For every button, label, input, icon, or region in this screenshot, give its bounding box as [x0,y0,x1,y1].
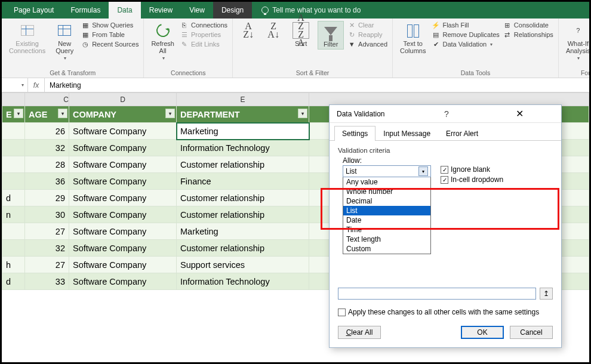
name-box[interactable]: ▾ [2,78,28,92]
text-to-columns-button[interactable]: Text to Columns [398,21,428,55]
cell[interactable]: n [2,206,25,223]
col-header-e[interactable]: E [177,93,309,106]
cell[interactable] [2,156,25,173]
tab-formulas[interactable]: Formulas [62,2,109,18]
tab-input-message[interactable]: Input Message [375,126,438,141]
connections-button[interactable]: ⎘Connections [180,21,227,29]
filter-dropdown-icon[interactable]: ▾ [298,109,307,118]
clear-filter-button[interactable]: ✕Clear [347,21,387,29]
header-cell[interactable]: E▾ [2,106,25,123]
col-header-d[interactable]: D [69,93,177,106]
header-cell-department[interactable]: DEPARTMENT▾ [177,106,309,123]
filter-dropdown-icon[interactable]: ▾ [165,109,175,118]
cell[interactable]: Software Company [69,140,177,156]
cell[interactable]: Software Company [69,156,177,173]
source-input[interactable] [338,288,536,300]
formula-input[interactable]: Marketing [45,81,589,90]
allow-option[interactable]: Text length [343,235,430,244]
cell[interactable] [2,140,25,156]
cell[interactable]: Customer relationship [177,206,309,223]
recent-sources-button[interactable]: ◷Recent Sources [81,40,138,48]
cell[interactable]: Marketing [177,223,309,240]
tab-review[interactable]: Review [141,2,181,18]
cell[interactable]: Finance [177,173,309,190]
refresh-all-button[interactable]: Refresh All ▾ [149,21,177,62]
cell[interactable]: Software Company [69,273,177,290]
cell[interactable]: 27 [25,257,69,273]
cell[interactable]: 26 [25,123,69,140]
sort-za-button[interactable]: ZA↓ [263,21,284,40]
cell[interactable]: Information Technology [177,140,309,156]
cell[interactable]: Customer relationship [177,156,309,173]
cell[interactable]: 33 [25,273,69,290]
close-button[interactable]: ✕ [483,108,556,119]
sort-button[interactable]: A ZZ A Sort [288,21,314,48]
cell[interactable]: d [2,273,25,290]
cell[interactable]: 36 [25,173,69,190]
apply-all-checkbox[interactable]: Apply these changes to all other cells w… [338,308,553,316]
col-header-c[interactable]: C [25,93,69,106]
tab-error-alert[interactable]: Error Alert [438,126,486,141]
allow-option[interactable]: Custom [343,244,430,254]
filter-dropdown-icon[interactable]: ▾ [14,109,23,118]
relationships-button[interactable]: ⇄Relationships [503,30,553,39]
sort-az-button[interactable]: AZ↓ [238,21,259,40]
col-header[interactable] [2,93,25,106]
ok-button[interactable]: OK [461,326,504,339]
cell[interactable]: 29 [25,190,69,206]
show-queries-button[interactable]: ▦Show Queries [81,21,138,29]
cell[interactable]: Software Company [69,190,177,206]
cell[interactable] [2,123,25,140]
cell[interactable]: Software Company [69,206,177,223]
new-query-button[interactable]: New Query ▾ [51,21,78,62]
cell[interactable] [2,173,25,190]
cell[interactable]: 30 [25,206,69,223]
filter-dropdown-icon[interactable]: ▾ [58,109,67,118]
cell[interactable]: Information Technology [177,273,309,290]
tab-data[interactable]: Data [109,2,140,18]
tab-settings[interactable]: Settings [334,126,375,141]
clear-all-button[interactable]: Clear All [338,326,381,339]
ignore-blank-checkbox[interactable]: ✓Ignore blank [441,165,503,174]
existing-connections-button[interactable]: Existing Connections [7,21,48,55]
cell[interactable]: Marketing [177,123,309,140]
properties-button[interactable]: ☰Properties [180,30,227,39]
filter-button[interactable]: Filter [318,21,344,50]
cancel-button[interactable]: Cancel [510,326,553,339]
chevron-down-icon[interactable]: ▾ [418,166,428,176]
cell[interactable]: 28 [25,156,69,173]
what-if-button[interactable]: ? What-If Analysis ▾ [564,21,591,62]
cell[interactable]: 32 [25,240,69,257]
cell[interactable] [2,240,25,257]
cell[interactable]: Software Company [69,223,177,240]
data-validation-button[interactable]: ✔Data Validation▾ [432,40,499,48]
cell[interactable] [2,223,25,240]
cell[interactable]: d [2,190,25,206]
header-cell-company[interactable]: COMPANY▾ [69,106,177,123]
header-cell-age[interactable]: AGE▾ [25,106,69,123]
flash-fill-button[interactable]: ⚡Flash Fill [432,21,499,29]
help-button[interactable]: ? [410,109,484,119]
tab-view[interactable]: View [181,2,213,18]
cell[interactable]: Software Company [69,173,177,190]
allow-combobox[interactable]: List ▾ [343,165,431,177]
cell[interactable]: 27 [25,223,69,240]
from-table-button[interactable]: ▦From Table [81,30,138,39]
cell[interactable]: Customer relationship [177,240,309,257]
edit-links-button[interactable]: ✎Edit Links [180,40,227,48]
range-picker-button[interactable]: ↥ [540,288,553,300]
cell[interactable]: 32 [25,140,69,156]
reapply-button[interactable]: ↻Reapply [347,30,387,39]
allow-option[interactable]: Any value [343,177,430,187]
advanced-filter-button[interactable]: ▼Advanced [347,40,387,48]
tab-design[interactable]: Design [213,2,252,18]
consolidate-button[interactable]: ⊞Consolidate [503,21,553,29]
cell[interactable]: Software Company [69,257,177,273]
cell[interactable]: Support services [177,257,309,273]
remove-duplicates-button[interactable]: ▤Remove Duplicates [432,30,499,39]
incell-dropdown-checkbox[interactable]: ✓In-cell dropdown [441,175,503,184]
fx-button[interactable]: fx [28,78,45,92]
cell[interactable]: Customer relationship [177,190,309,206]
cell[interactable]: h [2,257,25,273]
cell[interactable]: Software Company [69,240,177,257]
